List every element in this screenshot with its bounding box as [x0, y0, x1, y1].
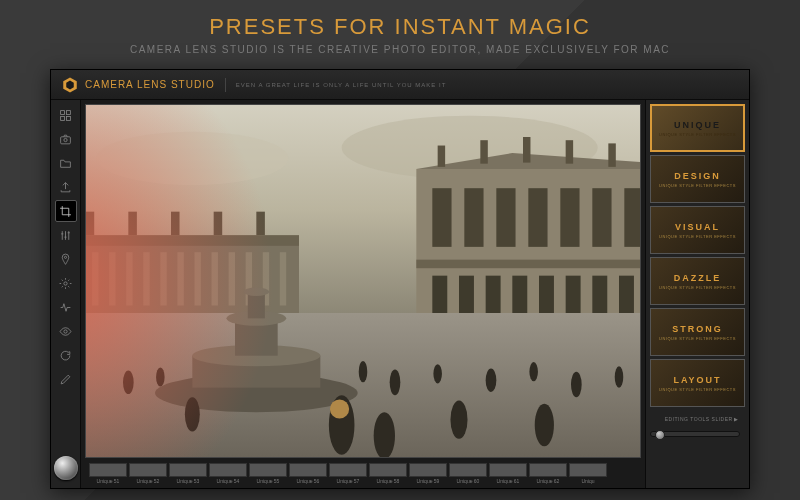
svg-rect-49 [592, 276, 607, 314]
svg-rect-45 [486, 276, 501, 314]
slider-row: EDITING TOOLS SLIDER ▶ [650, 410, 745, 428]
svg-point-10 [64, 329, 67, 332]
svg-rect-53 [480, 140, 487, 163]
sliders-icon [59, 229, 72, 242]
svg-rect-56 [608, 143, 615, 166]
thumb-item[interactable]: Unique 54 [209, 463, 247, 484]
preset-strong[interactable]: STRONGUNIQUE STYLE FILTER EFFECTS [650, 308, 745, 356]
settings-tool[interactable] [55, 272, 77, 294]
crop-tool[interactable] [55, 200, 77, 222]
pulse-icon [59, 301, 72, 314]
app-logo: CAMERA LENS STUDIO [61, 76, 215, 94]
grid-tool[interactable] [55, 104, 77, 126]
export-tool[interactable] [55, 176, 77, 198]
thumb-item[interactable]: Unique 58 [369, 463, 407, 484]
svg-rect-2 [61, 110, 65, 114]
hero-subtitle: CAMERA LENS STUDIO IS THE CREATIVE PHOTO… [130, 44, 670, 55]
svg-rect-50 [619, 276, 634, 314]
thumb-item[interactable]: Uniqu [569, 463, 607, 484]
svg-rect-5 [67, 116, 71, 120]
edit-tool[interactable] [55, 368, 77, 390]
gear-icon [59, 277, 72, 290]
svg-point-72 [571, 372, 582, 398]
folder-icon [59, 157, 72, 170]
svg-point-71 [529, 362, 538, 381]
preset-design[interactable]: DESIGNUNIQUE STYLE FILTER EFFECTS [650, 155, 745, 203]
photo-canvas[interactable] [85, 104, 641, 458]
thumb-item[interactable]: Unique 51 [89, 463, 127, 484]
exposure-dial[interactable] [54, 456, 78, 480]
brand-text: CAMERA LENS STUDIO [85, 79, 215, 90]
preset-unique[interactable]: UNIQUEUNIQUE STYLE FILTER EFFECTS [650, 104, 745, 152]
svg-point-78 [535, 404, 554, 447]
svg-rect-55 [566, 140, 573, 163]
app-window: CAMERA LENS STUDIO EVEN A GREAT LIFE IS … [50, 69, 750, 489]
eye-icon [59, 325, 72, 338]
pulse-tool[interactable] [55, 296, 77, 318]
svg-rect-3 [67, 110, 71, 114]
svg-point-8 [64, 256, 66, 258]
thumb-item[interactable]: Unique 57 [329, 463, 367, 484]
svg-rect-42 [624, 188, 640, 247]
preset-layout[interactable]: LAYOUTUNIQUE STYLE FILTER EFFECTS [650, 359, 745, 407]
svg-rect-48 [566, 276, 581, 314]
svg-point-7 [64, 138, 67, 141]
pencil-icon [59, 373, 72, 386]
preset-dazzle[interactable]: DAZZLEUNIQUE STYLE FILTER EFFECTS [650, 257, 745, 305]
eye-tool[interactable] [55, 320, 77, 342]
svg-rect-6 [61, 136, 71, 143]
svg-rect-44 [459, 276, 474, 314]
folder-tool[interactable] [55, 152, 77, 174]
thumb-item[interactable]: Unique 53 [169, 463, 207, 484]
grid-icon [59, 109, 72, 122]
rotate-tool[interactable] [55, 344, 77, 366]
thumb-item[interactable]: Unique 62 [529, 463, 567, 484]
titlebar: CAMERA LENS STUDIO EVEN A GREAT LIFE IS … [51, 70, 749, 100]
svg-point-77 [450, 400, 467, 438]
svg-rect-52 [438, 146, 445, 167]
main-panel: Unique 51 Unique 52 Unique 53 Unique 54 … [81, 100, 645, 488]
slider-label: EDITING TOOLS SLIDER ▶ [665, 416, 739, 422]
editing-slider[interactable] [650, 431, 740, 437]
svg-point-9 [64, 281, 67, 284]
camera-icon [59, 133, 72, 146]
thumb-item[interactable]: Unique 61 [489, 463, 527, 484]
thumb-item[interactable]: Unique 55 [249, 463, 287, 484]
thumb-item[interactable]: Unique 56 [289, 463, 327, 484]
svg-rect-4 [61, 116, 65, 120]
camera-tool[interactable] [55, 128, 77, 150]
thumb-item[interactable]: Unique 59 [409, 463, 447, 484]
tagline: EVEN A GREAT LIFE IS ONLY A LIFE UNTIL Y… [236, 82, 447, 88]
svg-rect-43 [432, 276, 447, 314]
preset-visual[interactable]: VISUALUNIQUE STYLE FILTER EFFECTS [650, 206, 745, 254]
thumbnail-strip[interactable]: Unique 51 Unique 52 Unique 53 Unique 54 … [85, 458, 641, 484]
thumb-item[interactable]: Unique 60 [449, 463, 487, 484]
svg-rect-40 [560, 188, 579, 247]
tool-sidebar [51, 100, 81, 488]
svg-point-69 [433, 364, 442, 383]
svg-point-70 [486, 368, 497, 391]
svg-point-73 [615, 366, 624, 387]
crop-icon [59, 205, 72, 218]
pin-tool[interactable] [55, 248, 77, 270]
svg-rect-37 [464, 188, 483, 247]
hexagon-logo-icon [61, 76, 79, 94]
svg-rect-46 [512, 276, 527, 314]
svg-rect-39 [528, 188, 547, 247]
svg-rect-47 [539, 276, 554, 314]
pin-icon [59, 253, 72, 266]
export-icon [59, 181, 72, 194]
thumb-item[interactable]: Unique 52 [129, 463, 167, 484]
hero-title: PRESETS FOR INSTANT MAGIC [209, 14, 591, 40]
svg-point-68 [390, 370, 401, 396]
adjust-tool[interactable] [55, 224, 77, 246]
svg-rect-35 [416, 260, 640, 269]
preset-panel: UNIQUEUNIQUE STYLE FILTER EFFECTS DESIGN… [645, 100, 749, 488]
svg-rect-36 [432, 188, 451, 247]
divider [225, 78, 226, 92]
svg-rect-80 [86, 105, 363, 457]
photo-preview [86, 105, 640, 457]
rotate-icon [59, 349, 72, 362]
svg-point-76 [374, 412, 395, 457]
svg-rect-38 [496, 188, 515, 247]
